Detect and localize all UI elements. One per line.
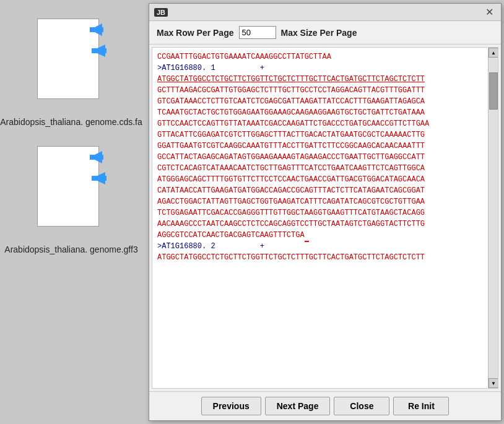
dialog-footer: Previous Next Page Close Re Init [149, 391, 501, 420]
sequence-display[interactable]: CCGAATTTGGACTGTGAAAATCAAAGGCCTTATGCTTAA … [152, 48, 488, 388]
file-item-cds[interactable]: Arabidopsis_thaliana. genome.cds.fa [0, 12, 142, 128]
previous-button[interactable]: Previous [201, 397, 261, 415]
next-page-button[interactable]: Next Page [265, 397, 331, 415]
dialog-close-button[interactable]: ✕ [483, 6, 496, 18]
dialog-toolbar: Max Row Per Page Max Size Per Page [149, 21, 501, 45]
scrollbar-arrow-down[interactable]: ▼ [489, 378, 498, 388]
file-label-cds: Arabidopsis_thaliana. genome.cds.fa [0, 116, 142, 128]
dialog-content: CCGAATTTGGACTGTGAAAATCAAAGGCCTTATGCTTAA … [152, 47, 498, 389]
reinit-button[interactable]: Re Init [393, 397, 449, 415]
dialog-window: JB ✕ Max Row Per Page Max Size Per Page … [149, 3, 502, 421]
scrollbar-thumb[interactable] [489, 72, 498, 110]
svg-rect-7 [92, 176, 106, 181]
svg-rect-5 [90, 155, 103, 160]
left-panel: Arabidopsis_thaliana. genome.cds.fa Arab… [0, 0, 142, 424]
file-label-gff3: Arabidopsis_thaliana. genome.gff3 [4, 244, 137, 255]
dialog-titlebar: JB ✕ [149, 4, 501, 21]
arrows-icon-gff3 [68, 140, 111, 196]
file-icon-cds [31, 12, 111, 111]
max-row-input[interactable] [239, 26, 276, 39]
scrollbar-track[interactable]: ▲ ▼ [488, 48, 498, 388]
scrollbar-arrow-up[interactable]: ▲ [489, 48, 498, 58]
file-icon-gff3 [31, 140, 111, 239]
svg-rect-1 [90, 27, 103, 32]
arrows-icon-cds [68, 12, 111, 68]
file-item-gff3[interactable]: Arabidopsis_thaliana. genome.gff3 [4, 140, 137, 255]
max-row-label: Max Row Per Page [157, 28, 234, 38]
close-button[interactable]: Close [334, 397, 389, 415]
max-size-label: Max Size Per Page [281, 28, 357, 38]
title-logo: JB [154, 8, 168, 17]
svg-rect-3 [92, 48, 106, 53]
